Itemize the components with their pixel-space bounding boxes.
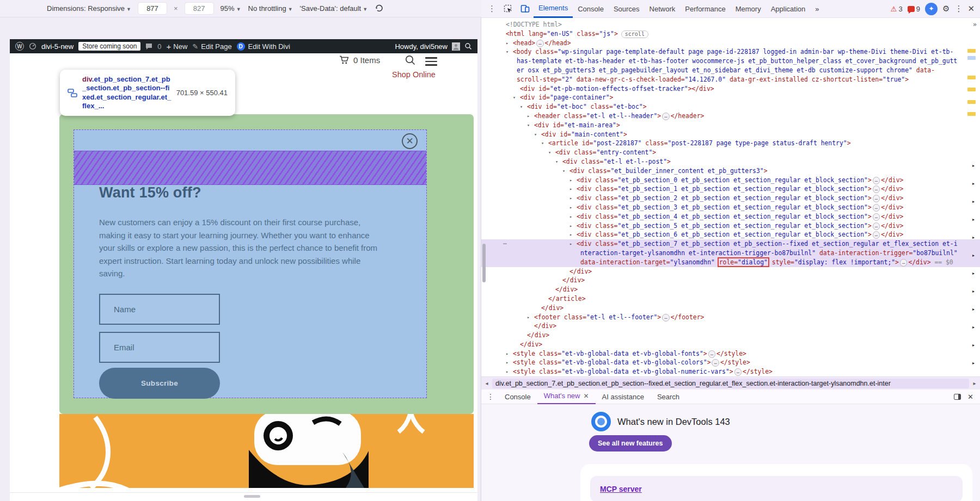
code-line[interactable]: ▸<style class="et-vb-global-data et-vb-g… [481,358,980,367]
code-line[interactable]: ▾<div class="entry-content"> [481,148,980,157]
new-button[interactable]: + New [167,42,188,51]
code-line[interactable]: ▾<div class="et-l et-l--post"> [481,157,980,166]
code-line[interactable]: </div> [481,267,980,276]
expand-arrow-icon[interactable]: ▸ [569,212,577,221]
expand-ellipsis-button[interactable]: … [873,185,880,193]
code-line[interactable]: <!DOCTYPE html> [481,20,980,29]
expand-arrow-icon[interactable]: ▸ [569,239,577,249]
zoom-select[interactable]: 95%▼ [220,4,241,13]
code-line[interactable]: ▸<head>…</head> [481,39,980,48]
code-line[interactable]: </div> [481,340,980,349]
code-line[interactable]: has-template et-tb-has-header et-tb-has-… [481,57,980,66]
collapse-arrow-icon[interactable]: ▾ [562,166,569,176]
code-line[interactable]: ▸<div class="et_pb_section_0 et_pb_secti… [481,176,980,185]
comments-icon[interactable] [145,43,152,50]
drawer-tab-console[interactable]: Console [498,389,537,404]
see-all-new-features-button[interactable]: See all new features [589,435,672,451]
menu-icon[interactable] [425,57,437,68]
collapse-arrow-icon[interactable]: ▾ [513,93,520,102]
code-line[interactable]: <html lang="en-US" class="js">scroll [481,29,980,39]
code-line[interactable]: </div> [481,304,980,313]
expand-arrow-icon[interactable]: ▸ [569,184,577,194]
code-line[interactable]: ▾<div id="et-boc" class="et-boc"> [481,102,980,112]
code-line[interactable]: ▸<div class="et_pb_section_2 et_pb_secti… [481,194,980,203]
expand-ellipsis-button[interactable]: … [873,177,880,184]
mcp-server-link[interactable]: MCP server [600,485,642,493]
code-line[interactable]: ⋯▸<div class="et_pb_section_7 et_pb_sect… [481,239,980,249]
expand-arrow-icon[interactable]: ▸ [569,230,577,239]
popup-close-button[interactable]: ✕ [402,133,418,149]
code-line[interactable]: ▾<div id="et-main-area"> [481,121,980,130]
expand-ellipsis-button[interactable]: … [536,40,543,47]
expand-ellipsis-button[interactable]: … [873,213,880,221]
inspect-element-icon[interactable] [504,4,513,14]
code-line[interactable]: <div id="et-pb-motion-effects-offset-tra… [481,84,980,94]
tab-sources[interactable]: Sources [609,0,645,18]
expand-ellipsis-button[interactable]: … [873,231,880,239]
code-line[interactable]: data-interaction-target="ylsanomdhn" rol… [481,258,980,267]
site-search-icon[interactable] [405,54,416,66]
expand-ellipsis-button[interactable]: … [712,359,719,367]
scroll-badge[interactable]: scroll [621,30,648,38]
drawer-tab-whats-new[interactable]: What's new✕ [537,389,596,404]
code-line[interactable]: ▸<div class="et_pb_section_1 et_pb_secti… [481,184,980,194]
collapse-arrow-icon[interactable]: ▾ [541,139,548,148]
vertical-scrollbar[interactable] [482,244,486,282]
device-toolbar-toggle-icon[interactable] [520,4,530,13]
expand-drawer-icon[interactable] [954,394,961,400]
viewport-width-input[interactable]: 877 [138,3,167,14]
ai-assistant-icon[interactable]: ✦ [925,3,938,15]
code-line[interactable]: er osx et_pb_gutters3 et_pb_pagebuilder_… [481,66,980,75]
expand-arrow-icon[interactable]: ▸ [506,349,513,358]
expand-arrow-icon[interactable]: ▸ [506,367,513,376]
error-counter[interactable]: ⚠ 3 [891,5,903,13]
avatar[interactable] [452,42,460,51]
expand-ellipsis-button[interactable]: … [662,314,669,321]
drawer-kebab-menu-icon[interactable]: ⋮ [487,392,494,401]
tab-network[interactable]: Network [645,0,681,18]
nav-link-shop-online[interactable]: Shop Online [392,70,436,79]
cart-count[interactable]: 0 Items [353,55,380,65]
tab-memory[interactable]: Memory [731,0,766,18]
edit-with-divi-button[interactable]: D Edit With Divi [237,42,290,51]
wordpress-logo-icon[interactable]: W [15,42,24,51]
code-line[interactable]: ▸<style class="et-vb-global-data et-vb-g… [481,349,980,358]
subscribe-button[interactable]: Subscribe [99,368,220,399]
settings-gear-icon[interactable]: ⚙ [942,4,950,14]
more-tabs-icon[interactable]: » [810,0,824,18]
howdy-account[interactable]: Howdy, divi5new [395,42,448,51]
expand-arrow-icon[interactable]: ▸ [569,194,577,203]
expand-ellipsis-button[interactable]: … [873,195,880,202]
dimensions-select[interactable]: Dimensions: Responsive▼ [47,4,131,13]
expand-arrow-icon[interactable]: ▸ [506,358,513,367]
horizontal-scrollbar[interactable] [244,495,260,498]
breadcrumb-selected-node[interactable]: div.et_pb_section_7.et_pb_section.et_pb_… [492,379,969,388]
drawer-tab-search[interactable]: Search [651,389,686,404]
collapse-arrow-icon[interactable]: ▾ [555,157,562,166]
kebab-menu-icon[interactable]: ⋮ [488,4,496,14]
expand-ellipsis-button[interactable]: … [873,204,880,212]
elements-tree[interactable]: » <!DOCTYPE html><html lang="en-US" clas… [481,18,980,376]
code-line[interactable]: ▾<div id="page-container"> [481,93,980,102]
expand-arrow-icon[interactable]: ▸ [527,313,534,322]
tab-console[interactable]: Console [573,0,609,18]
throttling-select[interactable]: No throttling▼ [248,4,293,13]
code-line[interactable]: </div> [481,285,980,294]
collapse-arrow-icon[interactable]: ▾ [534,130,541,139]
viewport-height-input[interactable]: 827 [185,3,213,14]
site-name[interactable]: divi-5-new [41,42,74,51]
expand-arrow-icon[interactable]: ▸ [527,112,534,121]
code-line[interactable]: ▸<div class="et_pb_section_3 et_pb_secti… [481,203,980,212]
tab-application[interactable]: Application [766,0,811,18]
expand-arrow-icon[interactable]: ▸ [506,39,513,48]
expand-arrow-icon[interactable]: ▸ [569,176,577,185]
code-line[interactable]: scroll-step="2" data-new-gr-c-s-check-lo… [481,75,980,84]
tab-performance[interactable]: Performance [680,0,730,18]
code-line[interactable]: </article> [481,294,980,304]
code-line[interactable]: ▸<style class="et-vb-global-data et-vb-g… [481,367,980,376]
collapse-arrow-icon[interactable]: ▾ [527,121,534,130]
code-line[interactable]: ▸<header class="et-l et-l--header">…</he… [481,112,980,121]
code-line[interactable]: </div> [481,276,980,285]
code-line[interactable]: nteraction-target-ylsanomdhn et-interact… [481,249,980,258]
expand-ellipsis-button[interactable]: … [662,113,669,120]
